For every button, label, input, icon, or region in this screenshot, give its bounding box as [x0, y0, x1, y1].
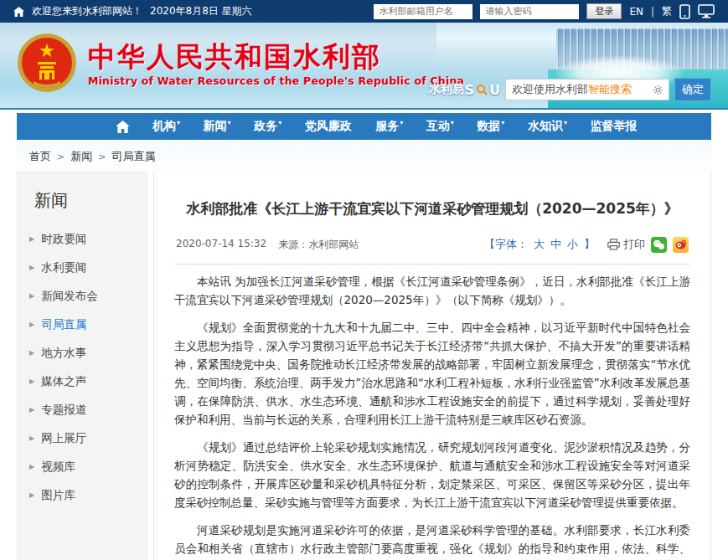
- source-label: 来源：水利部网站: [278, 238, 359, 252]
- paragraph: 本站讯 为加强长江河道采砂管理，根据《长江河道采砂管理条例》，近日，水利部批准《…: [174, 272, 690, 309]
- top-utility-bar: 欢迎您来到水利部网站！ 2020年8月8日 星期六 登录 EN | 繁: [0, 0, 728, 23]
- triangle-right-icon: ▶: [29, 378, 34, 385]
- triangle-right-icon: ▶: [29, 265, 34, 271]
- paragraph: 《规划》全面贯彻党的十九大和十九届二中、三中、四中全会精神，以习近平新时代中国特…: [174, 318, 690, 429]
- chevron-down-icon: ▾: [400, 119, 403, 126]
- breadcrumb-current: 司局直属: [111, 149, 155, 164]
- print-button[interactable]: 打印: [607, 237, 645, 252]
- article-meta: 2020-07-14 15:32 来源：水利部网站 【字体： 大 中 小 】: [174, 237, 690, 265]
- nav-item-shuizhishi[interactable]: 水知识▾: [528, 119, 567, 134]
- triangle-right-icon: ▶: [29, 350, 34, 357]
- welcome-text: 欢迎您来到水利部网站！: [32, 4, 142, 18]
- topbar-right: 登录 EN | 繁: [374, 3, 715, 19]
- breadcrumb-separator: >: [57, 152, 65, 162]
- lang-en-link[interactable]: EN: [629, 6, 643, 18]
- font-size-controls: 【字体： 大 中 小 】: [484, 237, 595, 252]
- nav-item-jiandujubao[interactable]: 监督举报: [590, 119, 638, 134]
- chevron-down-icon: ▾: [177, 119, 180, 126]
- meta-right: 【字体： 大 中 小 】 打印: [484, 237, 689, 253]
- sidebar: 新闻 ▶时政要闻 ▶水利要闻 ▶新闻发布会 ▶司局直属 ▶地方水事 ▶媒体之声 …: [17, 172, 147, 560]
- search-bar: 水利易 S U 欢迎使用水利部 智能搜索 确定: [428, 78, 711, 101]
- gear-icon[interactable]: [653, 85, 663, 95]
- mail-password-input[interactable]: [480, 4, 579, 19]
- paragraph: 《规划》通过总结评价上轮采砂规划实施情况，研究规划河段河道变化、泥沙淤积情况及趋…: [174, 438, 690, 511]
- triangle-right-icon: ▶: [29, 464, 34, 470]
- login-button[interactable]: 登录: [586, 3, 622, 19]
- sidebar-item-shipinku[interactable]: ▶视频库: [18, 453, 147, 481]
- paragraph: 河道采砂规划是实施河道采砂许可的依据，是河道采砂科学管理的基础。水利部要求，长江…: [174, 521, 690, 560]
- current-date: 2020年8月8日 星期六: [150, 4, 252, 18]
- chevron-down-icon: ▾: [451, 119, 454, 126]
- nav-item-shuju[interactable]: 数据▾: [477, 119, 504, 134]
- search-brand-s: S: [464, 82, 474, 98]
- chevron-down-icon: ▾: [278, 119, 281, 126]
- content-area: 新闻 ▶时政要闻 ▶水利要闻 ▶新闻发布会 ▶司局直属 ▶地方水事 ▶媒体之声 …: [17, 172, 711, 560]
- nav-item-jigou[interactable]: 机构▾: [152, 119, 180, 134]
- triangle-right-icon: ▶: [29, 321, 34, 328]
- main-navbar: 机构▾ 新闻▾ 政务▾ 党风廉政 服务▾ 互动▾ 数据▾ 水知识▾ 监督举报: [17, 113, 711, 140]
- search-input[interactable]: 欢迎使用水利部 智能搜索: [505, 79, 669, 100]
- lang-traditional-link[interactable]: 繁: [662, 4, 672, 18]
- search-brand: 水利易 S U: [428, 82, 500, 98]
- topbar-divider: |: [651, 6, 654, 18]
- sidebar-item-meitizhisheng[interactable]: ▶媒体之声: [18, 367, 147, 396]
- desktop-version-icon[interactable]: [698, 4, 715, 18]
- sidebar-item-shizheng[interactable]: ▶时政要闻: [18, 225, 147, 254]
- nav-item-xinwen[interactable]: 新闻▾: [204, 119, 231, 134]
- breadcrumb-news[interactable]: 新闻: [70, 149, 92, 164]
- site-subtitle: Ministry of Water Resources of the Peopl…: [88, 74, 464, 87]
- site-brand: 中华人民共和国水利部 Ministry of Water Resources o…: [17, 33, 464, 96]
- weibo-share-icon[interactable]: [673, 237, 689, 253]
- nav-item-dangfeng[interactable]: 党风廉政: [305, 119, 353, 134]
- mobile-version-icon[interactable]: [679, 4, 690, 19]
- nav-item-fuwu[interactable]: 服务▾: [375, 119, 403, 134]
- sidebar-item-difangshuishi[interactable]: ▶地方水事: [18, 339, 147, 367]
- search-confirm-button[interactable]: 确定: [674, 78, 711, 101]
- article-body: 本站讯 为加强长江河道采砂管理，根据《长江河道采砂管理条例》，近日，水利部批准《…: [174, 272, 690, 560]
- search-placeholder-highlight: 智能搜索: [588, 82, 632, 97]
- nav-item-hudong[interactable]: 互动▾: [426, 119, 454, 134]
- mail-username-input[interactable]: [374, 4, 472, 19]
- sidebar-item-tupianku[interactable]: ▶图片库: [18, 481, 147, 510]
- font-size-medium[interactable]: 中: [550, 237, 561, 252]
- wechat-share-icon[interactable]: [651, 237, 667, 253]
- site-title: 中华人民共和国水利部: [88, 42, 464, 72]
- triangle-right-icon: ▶: [29, 293, 34, 300]
- page: 欢迎您来到水利部网站！ 2020年8月8日 星期六 登录 EN | 繁: [0, 0, 728, 560]
- search-brand-text: 水利易: [428, 82, 463, 97]
- sidebar-item-wangshangzhanting[interactable]: ▶网上展厅: [18, 424, 147, 453]
- chevron-down-icon: ▾: [564, 119, 567, 126]
- triangle-right-icon: ▶: [29, 435, 34, 442]
- font-size-small[interactable]: 小: [567, 237, 578, 252]
- font-size-large[interactable]: 大: [534, 237, 545, 252]
- home-icon[interactable]: [13, 7, 24, 17]
- nav-item-zhengwu[interactable]: 政务▾: [254, 119, 281, 134]
- triangle-right-icon: ▶: [29, 407, 34, 414]
- sidebar-item-sijuzhishu[interactable]: ▶司局直属: [18, 311, 147, 339]
- search-magnifier-icon: [476, 84, 488, 95]
- article-title: 水利部批准《长江上游干流宜宾以下河道采砂管理规划（2020—2025年）》: [181, 198, 684, 220]
- triangle-right-icon: ▶: [29, 236, 34, 243]
- national-emblem: [17, 33, 77, 96]
- breadcrumb: 首页 > 新闻 > 司局直属: [17, 140, 711, 172]
- sidebar-item-fabuhui[interactable]: ▶新闻发布会: [18, 282, 147, 311]
- breadcrumb-separator: >: [98, 152, 106, 162]
- article-panel: 水利部批准《长江上游干流宜宾以下河道采砂管理规划（2020—2025年）》 20…: [153, 172, 711, 560]
- chevron-down-icon: ▾: [228, 119, 231, 126]
- search-brand-u: U: [489, 82, 500, 98]
- sidebar-item-zhuantibaodao[interactable]: ▶专题报道: [18, 396, 147, 424]
- sidebar-item-shuiliyaowen[interactable]: ▶水利要闻: [18, 254, 147, 282]
- nav-home-icon[interactable]: [116, 121, 130, 133]
- printer-icon: [607, 239, 620, 250]
- site-banner: 中华人民共和国水利部 Ministry of Water Resources o…: [0, 23, 728, 110]
- brand-titles: 中华人民共和国水利部 Ministry of Water Resources o…: [88, 42, 464, 87]
- publish-date: 2020-07-14 15:32: [176, 238, 266, 252]
- search-placeholder: 欢迎使用水利部: [512, 82, 588, 97]
- sidebar-title: 新闻: [18, 184, 147, 225]
- meta-left: 2020-07-14 15:32 来源：水利部网站: [176, 238, 359, 252]
- chevron-down-icon: ▾: [501, 119, 504, 126]
- breadcrumb-home[interactable]: 首页: [29, 149, 51, 164]
- triangle-right-icon: ▶: [29, 492, 34, 499]
